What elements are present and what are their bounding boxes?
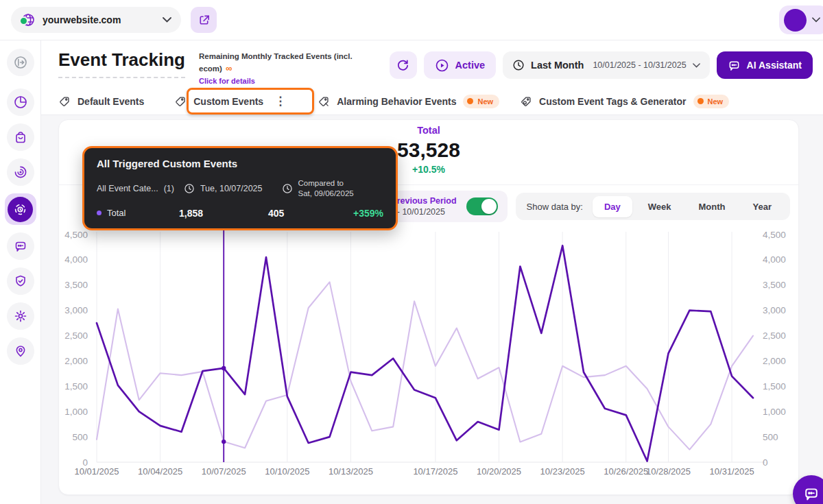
compare-toggle[interactable] [466,197,498,215]
svg-text:0: 0 [82,457,88,468]
header-actions: Active Last Month 10/01/2025 - 10/31/202… [390,51,813,79]
play-circle-icon [435,58,449,73]
new-badge-dot [697,98,704,104]
chevron-down-icon [163,17,171,23]
svg-text:10/20/2025: 10/20/2025 [477,466,521,477]
svg-text:2,000: 2,000 [64,356,88,366]
shopping-bag-icon [14,130,27,144]
external-link-icon [198,14,211,27]
gear-icon [14,309,27,323]
svg-text:1,500: 1,500 [763,381,786,392]
granularity-day[interactable]: Day [593,196,632,217]
tooltip-series: Total [97,208,179,218]
infinity-icon: ∞ [226,63,232,73]
ai-assistant-button[interactable]: AI Assistant [717,51,813,79]
sidebar-item-feedback[interactable] [7,232,34,260]
tooltip-compared-label: Compared to [298,179,344,187]
clock-icon [512,59,525,71]
sidebar-item-ecommerce[interactable] [7,123,34,151]
event-tabs: Default Events Custom Events ⋮ Alarming … [41,88,823,115]
website-selector[interactable]: yourwebsite.com [11,7,181,33]
chart-tooltip: All Triggered Custom Events All Event Ca… [82,146,398,230]
chevron-down-icon [812,17,820,23]
dashboard-pie-icon [14,95,27,109]
tab-custom-event-tags-generator[interactable]: Custom Event Tags & Generator New [520,95,729,108]
tag-generator-icon [520,95,532,108]
sidebar-item-security[interactable] [7,267,34,295]
chart-area[interactable]: 10/01/202510/04/202510/07/202510/10/2025… [59,224,800,489]
sidebar-item-settings[interactable] [7,302,34,330]
svg-text:2,000: 2,000 [763,356,786,366]
granularity-year[interactable]: Year [741,196,783,217]
range-value: 10/01/2025 - 10/31/2025 [593,60,686,70]
shield-check-icon [14,274,27,288]
tab-default-events[interactable]: Default Events [58,95,144,108]
event-tracking-icon [13,202,27,217]
sidebar-item-sessions[interactable] [7,158,34,186]
svg-text:3,500: 3,500 [64,280,88,290]
tooltip-meta-row: All Event Cate... (1) Tue, 10/07/2025 Co… [97,178,383,199]
tooltip-compared-date: Sat, 09/06/2025 [298,189,354,197]
user-menu[interactable] [779,5,823,34]
chart-controls: Compare Previous Period 08/31/2025 - 10/… [342,191,790,222]
chat-bubble-icon [14,239,27,253]
active-label: Active [455,60,486,71]
ai-assistant-label: AI Assistant [747,60,802,71]
location-pin-icon [14,344,27,358]
granularity-control: Show data by: Day Week Month Year [516,193,790,220]
tag-alert-icon [318,95,330,108]
svg-text:500: 500 [763,432,778,442]
globe-icon [21,12,36,27]
tooltip-change: +359% [353,208,383,219]
tooltip-values-row: Total 1,858 405 +359% [97,208,383,219]
app-sidebar [0,40,41,504]
tab-label: Default Events [77,96,144,107]
svg-text:1,000: 1,000 [64,407,88,417]
avatar [784,9,807,32]
new-badge: New [463,95,499,108]
remaining-events-label: Remaining Monthly Tracked Events (incl. … [199,52,353,73]
sidebar-item-dashboard[interactable] [7,88,34,116]
svg-text:3,000: 3,000 [64,305,88,315]
svg-text:500: 500 [72,432,88,442]
tab-label: Custom Events [193,96,263,107]
tooltip-compared-value: 405 [268,208,353,219]
refresh-button[interactable] [390,51,417,79]
svg-text:10/04/2025: 10/04/2025 [138,466,182,477]
svg-text:10/23/2025: 10/23/2025 [540,466,585,477]
tooltip-date: Tue, 10/07/2025 [200,184,263,193]
tag-icon [58,95,71,108]
active-status-button[interactable]: Active [424,51,497,79]
svg-text:10/13/2025: 10/13/2025 [329,466,373,477]
svg-text:10/07/2025: 10/07/2025 [202,466,246,477]
tooltip-category: All Event Cate... [97,184,158,193]
svg-text:2,500: 2,500 [64,331,88,341]
tab-custom-events[interactable]: Custom Events ⋮ [174,94,286,108]
clock-icon [282,183,293,194]
online-status-dot [19,16,28,25]
granularity-month[interactable]: Month [687,196,737,217]
granularity-week[interactable]: Week [636,196,683,217]
sidebar-item-collapse[interactable] [7,49,34,76]
svg-text:10/28/2025: 10/28/2025 [646,466,691,477]
sidebar-item-event-tracking[interactable] [5,193,36,225]
session-replay-icon [14,165,27,179]
series-dot [97,211,102,215]
refresh-icon [396,59,409,72]
svg-text:3,500: 3,500 [763,280,786,290]
website-domain: yourwebsite.com [43,14,156,25]
tab-alarming-behavior-events[interactable]: Alarming Behavior Events New [318,95,499,108]
new-badge-dot [467,98,473,104]
svg-text:10/31/2025: 10/31/2025 [710,466,754,477]
open-website-button[interactable] [191,7,217,33]
show-data-by-label: Show data by: [527,202,583,212]
remaining-details-link[interactable]: Click for details [199,77,255,85]
date-range-selector[interactable]: Last Month 10/01/2025 - 10/31/2025 [503,51,710,79]
tooltip-title: All Triggered Custom Events [97,158,383,169]
sidebar-item-journeys[interactable] [7,337,34,365]
tab-label: Custom Event Tags & Generator [539,96,686,107]
tooltip-category-count: (1) [164,184,174,193]
new-badge: New [693,95,730,108]
tab-options-kebab-icon[interactable]: ⋮ [274,94,286,108]
line-chart[interactable]: 10/01/202510/04/202510/07/202510/10/2025… [59,224,800,489]
